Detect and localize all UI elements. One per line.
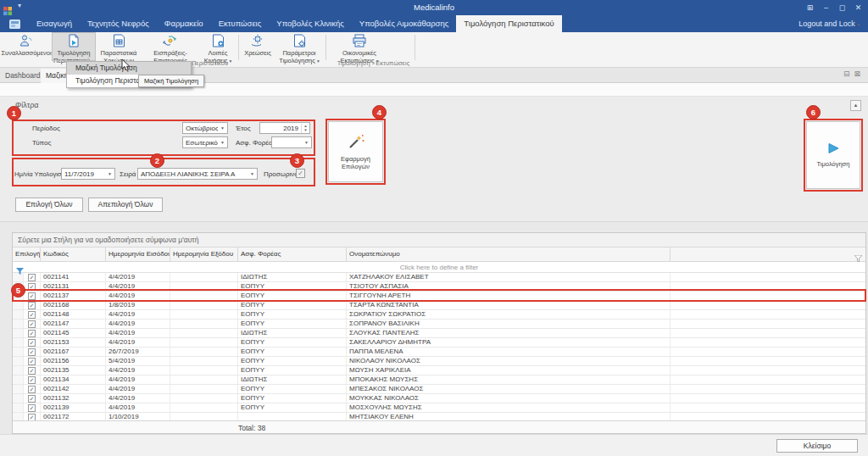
chevron-down-icon[interactable]: ▼ [302,140,311,145]
table-row[interactable]: ✓00211354/4/2019ΕΟΠΥΥΜΩΥΣΗ ΧΑΡΙΚΛΕΙΑ [13,366,865,375]
deselect-all-button[interactable]: Απεπιλογή Όλων [88,197,163,212]
row-checkbox[interactable]: ✓ [28,283,36,291]
auto-filter-row[interactable]: Click here to define a filter [13,262,865,273]
date-out-cell [170,366,238,375]
etos-label: Έτος [236,125,251,132]
ribbon-button-parastatika-chreoseon[interactable]: Παραστατικά Χρεώσεων [97,33,141,60]
name-cell: ΝΙΚΟΛΑΟΥ ΝΙΚΟΛΑΟΣ [347,357,670,365]
imnia-date-select[interactable]: 11/7/2019 ▼ [61,168,115,180]
row-checkbox[interactable]: ✓ [28,386,36,393]
row-checkbox[interactable]: ✓ [28,292,36,300]
table-row[interactable]: ✓00211454/4/2019ΙΔΙΩΤΗΣΣΛΟΥΚΑΣ ΠΑΝΤΕΛΗΣ [13,329,865,338]
date-out-cell [170,273,238,281]
select-all-button[interactable]: Επιλογή Όλων [15,197,83,212]
close-button[interactable]: Κλείσιμο [776,439,858,453]
row-checkbox[interactable]: ✓ [28,339,36,347]
row-checkbox[interactable]: ✓ [28,274,36,281]
close-icon[interactable]: ✕ [850,0,866,15]
tab-dashboard[interactable]: Dashboard [0,69,47,83]
row-check-cell: ✓ [24,357,41,365]
row-checkbox[interactable]: ✓ [28,376,36,384]
column-header-0[interactable]: Επιλογή [13,247,41,261]
invoice-label: Τιμολόγηση [817,160,850,168]
table-row[interactable]: ✓00211324/4/2019ΕΟΠΥΥΜΟΥΚΚΑΣ ΝΙΚΟΛΑΟΣ [13,394,865,403]
code-cell: 0021135 [41,366,106,375]
restore-icon[interactable]: ◻ [834,0,850,15]
row-check-cell: ✓ [24,292,41,300]
logout-and-lock[interactable]: Logout and Lock ▾ [798,19,860,28]
minimize-icon[interactable]: – [818,0,834,15]
date-in-cell: 26/7/2019 [106,348,170,356]
chevron-down-icon[interactable]: ▼ [105,171,114,176]
group-by-bar[interactable]: Σύρετε μια Στήλη για να ομαδοποιήσετε σύ… [13,233,865,247]
row-indicator [13,338,24,347]
chevron-down-icon[interactable]: ▼ [218,125,227,131]
column-header-2[interactable]: Ημερομηνία Εισόδου [106,247,170,261]
menu-tab-3[interactable]: Εκτυπώσεις [211,15,270,32]
row-checkbox[interactable]: ✓ [28,404,36,412]
billing-parameters-icon [293,34,306,50]
row-check-cell: ✓ [24,273,41,281]
column-header-1[interactable]: Κωδικός [41,247,106,261]
seira-select[interactable]: ΑΠΟΔΕΙΞΗ ΛΙΑΝΙΚΗΣ ΣΕΙΡΑ Α ▼ [137,168,258,180]
annotation-badge-3: 3 [290,153,304,168]
table-row[interactable]: ✓00211394/4/2019ΕΟΠΥΥΜΟΣΧΟΥΛΗΣ ΜΩΥΣΗΣ [13,403,865,413]
table-row[interactable]: ✓00211484/4/2019ΕΟΠΥΥΣΩΚΡΑΤΙΟΥ ΣΩΚΡΑΤΙΟΣ [13,310,865,320]
row-checkbox[interactable]: ✓ [28,358,36,365]
table-row[interactable]: ✓00211474/4/2019ΕΟΠΥΥΣΟΠΡΑΝΟΥ ΒΑΣΙΛΙΚΗ [13,320,865,329]
row-checkbox[interactable]: ✓ [28,320,36,328]
column-header-5[interactable]: Ονοματεπώνυμο [347,247,670,261]
etos-spinner[interactable]: 2019 ▲▼ [259,122,310,134]
ribbon-button-eisprakseis-epistrofes[interactable]: Εισπράξεις-Επιστροφές [142,33,198,60]
filter-hint[interactable]: Click here to define a filter [13,264,865,271]
ribbon-button-loipes-kiniseis[interactable]: Λοιπές Κινήσεις ▾ [200,33,236,60]
chevron-down-icon[interactable]: ▼ [218,140,227,145]
menu-tab-1[interactable]: Τεχνητός Νεφρός [80,15,157,32]
table-row[interactable]: ✓00211681/8/2019ΕΟΠΥΥΤΣΑΡΤΑ ΚΩΝΣΤΑΝΤΙΑ [13,301,865,310]
menu-tab-4[interactable]: Υποβολές Κλινικής [269,15,351,32]
table-row[interactable]: ✓00211374/4/2019ΕΟΠΥΥΤΣΙΓΓΟΥΝΗ ΑΡΕΤΗ [13,292,865,301]
asf-foreas-select[interactable]: ▼ [271,136,312,148]
insurer-cell: ΕΟΠΥΥ [238,348,347,356]
ribbon-button-synallassomenoi[interactable]: Συναλλασσόμενοι [2,33,51,60]
ribbon-button-oikonomikes-ektyposeis[interactable]: Οικονομικές Εκτυπώσεις ▾ [332,33,387,60]
table-row[interactable]: ✓00211414/4/2019ΙΔΙΩΤΗΣΧΑΤΖΗΛΑΚΟΥ ΕΛΙΣΑΒ… [13,273,865,282]
typos-select[interactable]: Εσωτερικός ▼ [182,136,228,148]
menu-tab-0[interactable]: Εισαγωγή [29,15,80,32]
invoice-button[interactable]: Τιμολόγηση [806,121,860,189]
row-checkbox[interactable]: ✓ [28,348,36,356]
file-menu-button[interactable] [0,15,29,32]
row-checkbox[interactable]: ✓ [28,395,36,403]
column-header-4[interactable]: Ασφ. Φορέας [238,247,347,261]
column-header-3[interactable]: Ημερομηνία Εξόδου [170,247,238,261]
name-cell: ΠΑΠΠΑ ΜΕΛΕΝΑ [347,348,670,356]
chevron-down-icon[interactable]: ▼ [248,171,257,176]
tabstrip-icons[interactable]: ⊟⊠ [843,70,865,78]
ribbon-button-timologisi-peristatikou[interactable]: Τιμολόγηση Περιστατικού ▾ [53,33,95,60]
prosorino-checkbox[interactable]: ✓ [296,169,305,178]
row-checkbox[interactable]: ✓ [28,367,36,375]
menu-tab-5[interactable]: Υποβολές Αιμοκάθαρσης [352,15,457,32]
menu-tab-6[interactable]: Τιμολόγηση Περιστατικού [456,15,561,32]
spinner-icons[interactable]: ▲▼ [301,124,309,133]
pin-window-icon[interactable]: ⊞ [802,0,818,15]
table-row[interactable]: ✓00211424/4/2019ΕΟΠΥΥΜΠΕΣΑΚΟΣ ΝΙΚΟΛΑΟΣ [13,385,865,394]
collapse-panel-icon[interactable]: ▲ [850,100,861,111]
periodos-select[interactable]: Οκτώβριος ▼ [182,122,228,134]
row-checkbox[interactable]: ✓ [28,330,36,337]
table-row[interactable]: ✓00211314/4/2019ΕΟΠΥΥΤΣΙΟΤΟΥ ΑΣΠΑΣΙΑ [13,282,865,292]
ribbon-button-chreoseis[interactable]: Χρεώσεις [242,33,274,60]
row-check-cell: ✓ [24,348,41,356]
row-checkbox[interactable]: ✓ [28,302,36,309]
magic-wand-icon [347,133,365,152]
table-row[interactable]: ✓00211344/4/2019ΙΔΙΩΤΗΣΜΠΟΚΑΚΗΣ ΜΩΥΣΗΣ [13,375,865,385]
table-row[interactable]: ✓002116726/7/2019ΕΟΠΥΥΠΑΠΠΑ ΜΕΛΕΝΑ [13,348,865,357]
row-checkbox[interactable]: ✓ [28,311,36,319]
row-check-cell: ✓ [24,310,41,319]
ribbon-button-parametroi-timologisis[interactable]: Παράμετροι Τιμολόγησης ▾ [275,33,323,60]
table-row[interactable]: ✓00211565/4/2019ΕΟΠΥΥΝΙΚΟΛΑΟΥ ΝΙΚΟΛΑΟΣ [13,357,865,366]
row-filler [670,375,865,384]
apply-selections-button[interactable]: Εφαρμογή Επιλογών [328,121,383,182]
table-row[interactable]: ✓00211534/4/2019ΕΟΠΥΥΣΑΚΕΛΛΑΡΙΟΥ ΔΗΜΗΤΡΑ [13,338,865,348]
menu-tab-2[interactable]: Φαρμακείο [157,15,211,32]
